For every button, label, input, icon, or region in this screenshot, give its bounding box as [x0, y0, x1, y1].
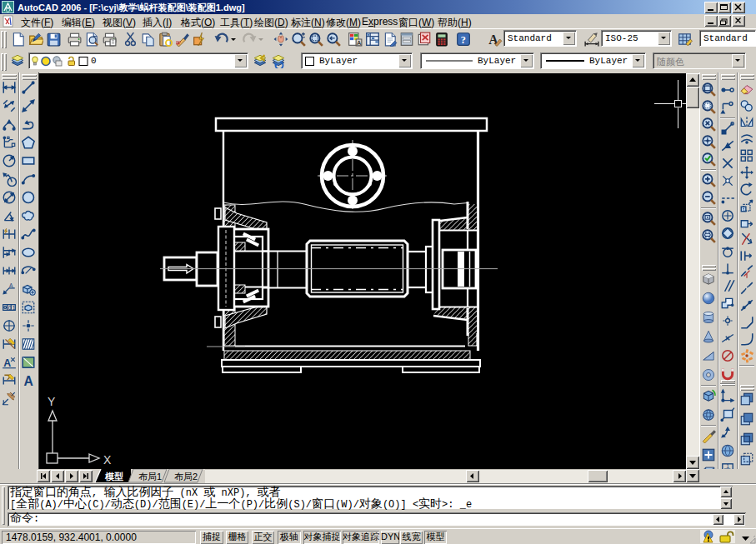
- svg-text:A: A: [3, 357, 11, 369]
- svg-text:模型: 模型: [104, 472, 123, 482]
- svg-text:布局1: 布局1: [138, 472, 162, 482]
- svg-text:布局2: 布局2: [174, 472, 198, 482]
- svg-text:?: ?: [461, 34, 466, 46]
- svg-text:X: X: [103, 453, 112, 467]
- svg-text:1: 1: [12, 304, 15, 312]
- svg-text:0: 0: [8, 304, 12, 312]
- svg-text:A: A: [9, 282, 13, 288]
- svg-text:Y: Y: [48, 395, 56, 408]
- svg-text:A: A: [23, 374, 33, 388]
- svg-text:A: A: [357, 39, 361, 47]
